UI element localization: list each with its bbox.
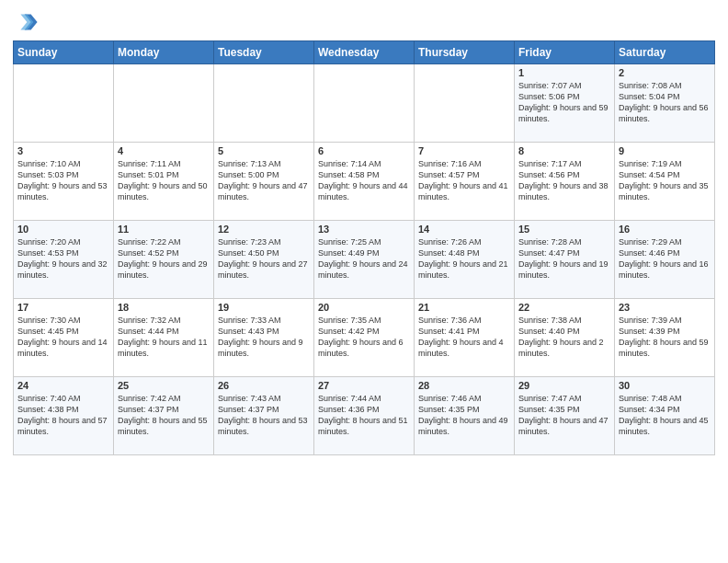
day-number: 27 <box>318 380 410 391</box>
calendar-header-row: SundayMondayTuesdayWednesdayThursdayFrid… <box>14 41 715 64</box>
day-number: 13 <box>318 224 410 235</box>
calendar-cell: 22Sunrise: 7:38 AM Sunset: 4:40 PM Dayli… <box>515 299 615 377</box>
weekday-header: Sunday <box>14 41 114 64</box>
day-info: Sunrise: 7:20 AM Sunset: 4:53 PM Dayligh… <box>17 236 109 282</box>
calendar-cell <box>314 64 415 143</box>
calendar-cell: 21Sunrise: 7:36 AM Sunset: 4:41 PM Dayli… <box>415 299 515 377</box>
calendar-cell: 20Sunrise: 7:35 AM Sunset: 4:42 PM Dayli… <box>314 299 415 377</box>
day-info: Sunrise: 7:48 AM Sunset: 4:34 PM Dayligh… <box>619 393 711 438</box>
calendar-cell: 19Sunrise: 7:33 AM Sunset: 4:43 PM Dayli… <box>214 299 314 377</box>
calendar-cell: 18Sunrise: 7:32 AM Sunset: 4:44 PM Dayli… <box>114 299 214 377</box>
day-number: 12 <box>218 224 310 235</box>
day-number: 26 <box>218 380 310 391</box>
weekday-header: Saturday <box>615 41 715 64</box>
day-info: Sunrise: 7:40 AM Sunset: 4:38 PM Dayligh… <box>17 393 109 438</box>
calendar-cell: 13Sunrise: 7:25 AM Sunset: 4:49 PM Dayli… <box>314 221 415 299</box>
day-info: Sunrise: 7:16 AM Sunset: 4:57 PM Dayligh… <box>418 158 510 203</box>
day-info: Sunrise: 7:28 AM Sunset: 4:47 PM Dayligh… <box>518 236 610 282</box>
day-info: Sunrise: 7:46 AM Sunset: 4:35 PM Dayligh… <box>418 393 510 438</box>
day-info: Sunrise: 7:35 AM Sunset: 4:42 PM Dayligh… <box>318 315 410 360</box>
day-number: 8 <box>518 145 610 156</box>
day-info: Sunrise: 7:32 AM Sunset: 4:44 PM Dayligh… <box>118 315 210 360</box>
day-number: 30 <box>619 380 711 391</box>
day-number: 2 <box>619 67 711 78</box>
calendar-cell: 29Sunrise: 7:47 AM Sunset: 4:35 PM Dayli… <box>515 377 615 455</box>
day-number: 16 <box>619 224 711 235</box>
calendar-week-row: 3Sunrise: 7:10 AM Sunset: 5:03 PM Daylig… <box>14 143 715 221</box>
day-number: 15 <box>518 224 610 235</box>
calendar-cell: 17Sunrise: 7:30 AM Sunset: 4:45 PM Dayli… <box>14 299 114 377</box>
calendar-cell: 12Sunrise: 7:23 AM Sunset: 4:50 PM Dayli… <box>214 221 314 299</box>
day-info: Sunrise: 7:23 AM Sunset: 4:50 PM Dayligh… <box>218 236 310 282</box>
day-info: Sunrise: 7:42 AM Sunset: 4:37 PM Dayligh… <box>118 393 210 438</box>
day-number: 17 <box>17 302 109 313</box>
calendar-cell: 2Sunrise: 7:08 AM Sunset: 5:04 PM Daylig… <box>615 64 715 143</box>
weekday-header: Wednesday <box>314 41 415 64</box>
calendar-cell <box>114 64 214 143</box>
weekday-header: Friday <box>515 41 615 64</box>
day-info: Sunrise: 7:13 AM Sunset: 5:00 PM Dayligh… <box>218 158 310 203</box>
day-info: Sunrise: 7:43 AM Sunset: 4:37 PM Dayligh… <box>218 393 310 438</box>
calendar-week-row: 10Sunrise: 7:20 AM Sunset: 4:53 PM Dayli… <box>14 221 715 299</box>
day-info: Sunrise: 7:17 AM Sunset: 4:56 PM Dayligh… <box>518 158 610 203</box>
day-info: Sunrise: 7:08 AM Sunset: 5:04 PM Dayligh… <box>619 80 711 125</box>
day-info: Sunrise: 7:30 AM Sunset: 4:45 PM Dayligh… <box>17 315 109 360</box>
day-info: Sunrise: 7:38 AM Sunset: 4:40 PM Dayligh… <box>518 315 610 360</box>
calendar-cell <box>14 64 114 143</box>
day-number: 19 <box>218 302 310 313</box>
day-info: Sunrise: 7:14 AM Sunset: 4:58 PM Dayligh… <box>318 158 410 203</box>
calendar-cell <box>214 64 314 143</box>
logo-icon <box>13 9 39 35</box>
day-number: 29 <box>518 380 610 391</box>
calendar-table: SundayMondayTuesdayWednesdayThursdayFrid… <box>13 40 715 455</box>
day-number: 21 <box>418 302 510 313</box>
calendar-cell: 7Sunrise: 7:16 AM Sunset: 4:57 PM Daylig… <box>415 143 515 221</box>
weekday-header: Thursday <box>415 41 515 64</box>
calendar-week-row: 17Sunrise: 7:30 AM Sunset: 4:45 PM Dayli… <box>14 299 715 377</box>
day-number: 20 <box>318 302 410 313</box>
day-info: Sunrise: 7:10 AM Sunset: 5:03 PM Dayligh… <box>17 158 109 203</box>
day-number: 28 <box>418 380 510 391</box>
day-number: 9 <box>619 145 711 156</box>
calendar-cell: 6Sunrise: 7:14 AM Sunset: 4:58 PM Daylig… <box>314 143 415 221</box>
day-number: 22 <box>518 302 610 313</box>
page: SundayMondayTuesdayWednesdayThursdayFrid… <box>0 0 728 465</box>
calendar-cell: 15Sunrise: 7:28 AM Sunset: 4:47 PM Dayli… <box>515 221 615 299</box>
header <box>13 9 715 35</box>
calendar-cell: 30Sunrise: 7:48 AM Sunset: 4:34 PM Dayli… <box>615 377 715 455</box>
day-info: Sunrise: 7:44 AM Sunset: 4:36 PM Dayligh… <box>318 393 410 438</box>
calendar-cell: 10Sunrise: 7:20 AM Sunset: 4:53 PM Dayli… <box>14 221 114 299</box>
calendar-cell: 25Sunrise: 7:42 AM Sunset: 4:37 PM Dayli… <box>114 377 214 455</box>
day-number: 11 <box>118 224 210 235</box>
day-number: 24 <box>17 380 109 391</box>
day-number: 23 <box>619 302 711 313</box>
day-info: Sunrise: 7:19 AM Sunset: 4:54 PM Dayligh… <box>619 158 711 203</box>
calendar-cell: 28Sunrise: 7:46 AM Sunset: 4:35 PM Dayli… <box>415 377 515 455</box>
calendar-cell: 14Sunrise: 7:26 AM Sunset: 4:48 PM Dayli… <box>415 221 515 299</box>
calendar-week-row: 1Sunrise: 7:07 AM Sunset: 5:06 PM Daylig… <box>14 64 715 143</box>
day-info: Sunrise: 7:33 AM Sunset: 4:43 PM Dayligh… <box>218 315 310 360</box>
weekday-header: Tuesday <box>214 41 314 64</box>
day-info: Sunrise: 7:36 AM Sunset: 4:41 PM Dayligh… <box>418 315 510 360</box>
day-info: Sunrise: 7:29 AM Sunset: 4:46 PM Dayligh… <box>619 236 711 282</box>
calendar-cell: 16Sunrise: 7:29 AM Sunset: 4:46 PM Dayli… <box>615 221 715 299</box>
day-info: Sunrise: 7:26 AM Sunset: 4:48 PM Dayligh… <box>418 236 510 282</box>
day-number: 18 <box>118 302 210 313</box>
day-number: 25 <box>118 380 210 391</box>
weekday-header: Monday <box>114 41 214 64</box>
calendar-cell: 23Sunrise: 7:39 AM Sunset: 4:39 PM Dayli… <box>615 299 715 377</box>
calendar-cell: 4Sunrise: 7:11 AM Sunset: 5:01 PM Daylig… <box>114 143 214 221</box>
day-info: Sunrise: 7:39 AM Sunset: 4:39 PM Dayligh… <box>619 315 711 360</box>
day-number: 6 <box>318 145 410 156</box>
calendar-cell: 3Sunrise: 7:10 AM Sunset: 5:03 PM Daylig… <box>14 143 114 221</box>
calendar-cell: 24Sunrise: 7:40 AM Sunset: 4:38 PM Dayli… <box>14 377 114 455</box>
day-number: 14 <box>418 224 510 235</box>
day-number: 10 <box>17 224 109 235</box>
day-info: Sunrise: 7:47 AM Sunset: 4:35 PM Dayligh… <box>518 393 610 438</box>
calendar-cell: 1Sunrise: 7:07 AM Sunset: 5:06 PM Daylig… <box>515 64 615 143</box>
calendar-cell: 26Sunrise: 7:43 AM Sunset: 4:37 PM Dayli… <box>214 377 314 455</box>
calendar-body: 1Sunrise: 7:07 AM Sunset: 5:06 PM Daylig… <box>14 64 715 455</box>
day-number: 7 <box>418 145 510 156</box>
day-info: Sunrise: 7:25 AM Sunset: 4:49 PM Dayligh… <box>318 236 410 282</box>
day-number: 5 <box>218 145 310 156</box>
